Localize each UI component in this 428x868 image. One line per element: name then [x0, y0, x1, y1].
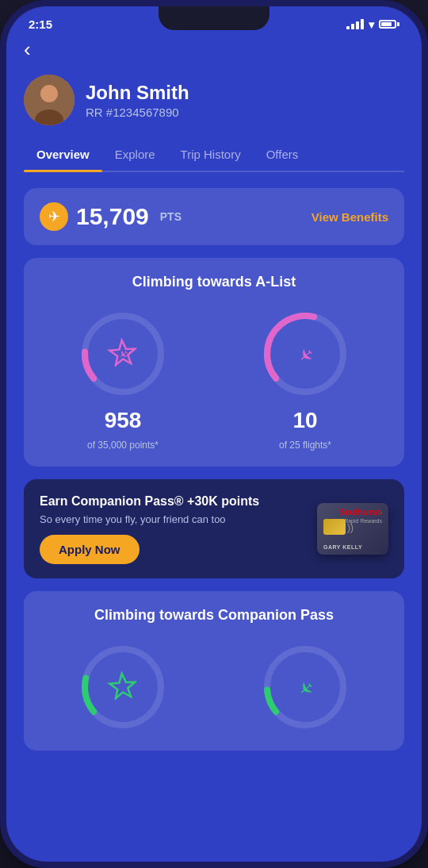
tab-trip-history[interactable]: Trip History — [168, 141, 254, 171]
points-card: ✈ 15,709 PTS View Benefits — [24, 188, 404, 245]
profile-name: John Smith — [86, 82, 189, 104]
points-value: 15,709 — [76, 203, 149, 230]
companion-flights-ring: ✈ — [258, 639, 353, 735]
avatar — [24, 75, 75, 125]
companion-pass-section: Climbing towards Companion Pass — [24, 591, 404, 751]
companion-progress-row: ✈ — [40, 639, 388, 735]
time: 2:15 — [29, 17, 52, 31]
card-name: GARY KELLY — [323, 544, 362, 550]
card-logo: Southwest› Rapid Rewards — [339, 508, 382, 525]
apply-now-button[interactable]: Apply Now — [40, 535, 139, 564]
alist-title: Climbing towards A-List — [40, 274, 388, 290]
tab-offers[interactable]: Offers — [254, 141, 311, 171]
flights-progress-item: ✈ 10 of 25 flights* — [258, 306, 353, 451]
points-ring: ✈ — [75, 306, 170, 401]
tab-bar: Overview Explore Trip History Offers — [24, 141, 404, 172]
points-left: ✈ 15,709 PTS — [40, 202, 182, 231]
alist-card: Climbing towards A-List — [24, 258, 404, 467]
tab-overview[interactable]: Overview — [24, 141, 102, 171]
companion-flights-icon: ✈ — [292, 674, 318, 700]
flights-target: of 25 flights* — [279, 440, 331, 451]
card-waves: )) — [347, 522, 353, 533]
points-target: of 35,000 points* — [87, 440, 159, 451]
banner-title: Earn Companion Pass® +30K points — [40, 494, 306, 510]
svg-text:✈: ✈ — [294, 676, 318, 701]
notch — [159, 6, 269, 30]
companion-points-ring — [75, 639, 170, 735]
progress-row: ✈ 958 of 35,000 points* — [40, 306, 388, 451]
svg-marker-12 — [106, 670, 141, 705]
battery-icon — [379, 20, 399, 29]
points-icon: ✈ — [40, 202, 68, 231]
tab-explore[interactable]: Explore — [102, 141, 168, 171]
banner-text: Earn Companion Pass® +30K points So ever… — [40, 494, 306, 564]
rr-number: RR #1234567890 — [86, 106, 189, 119]
companion-flights-item: ✈ — [258, 639, 353, 735]
view-benefits-button[interactable]: View Benefits — [311, 210, 388, 224]
flights-ring: ✈ — [258, 306, 353, 401]
companion-banner: Earn Companion Pass® +30K points So ever… — [24, 479, 404, 578]
svg-point-1 — [40, 85, 58, 102]
back-button[interactable]: ‹ — [24, 37, 404, 62]
flights-ring-icon: ✈ — [292, 341, 318, 367]
svg-text:✈: ✈ — [294, 343, 318, 367]
points-progress-item: ✈ 958 of 35,000 points* — [75, 306, 170, 451]
profile-header: John Smith RR #1234567890 — [24, 75, 404, 125]
wifi-icon: ▾ — [369, 18, 374, 31]
points-unit: PTS — [160, 210, 182, 223]
signal-icon — [346, 19, 364, 29]
banner-subtitle: So every time you fly, your friend can t… — [40, 513, 306, 525]
card-chip — [323, 519, 346, 535]
companion-points-item — [75, 639, 170, 735]
companion-points-icon — [109, 673, 137, 701]
profile-info: John Smith RR #1234567890 — [86, 82, 189, 119]
points-ring-icon: ✈ — [109, 340, 137, 368]
status-icons: ▾ — [346, 18, 399, 31]
companion-pass-title: Climbing towards Companion Pass — [40, 607, 388, 624]
credit-card: Southwest› Rapid Rewards )) GARY KELLY — [317, 503, 388, 555]
